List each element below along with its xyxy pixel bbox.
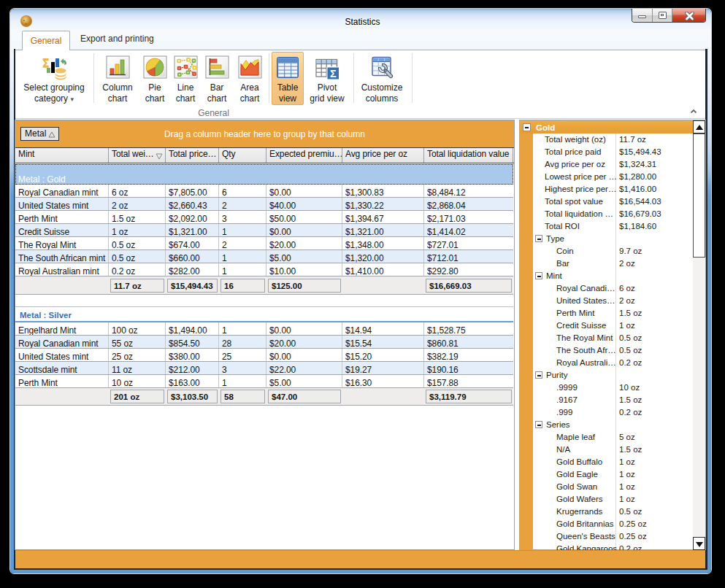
svg-text:Σ: Σ bbox=[330, 68, 337, 80]
